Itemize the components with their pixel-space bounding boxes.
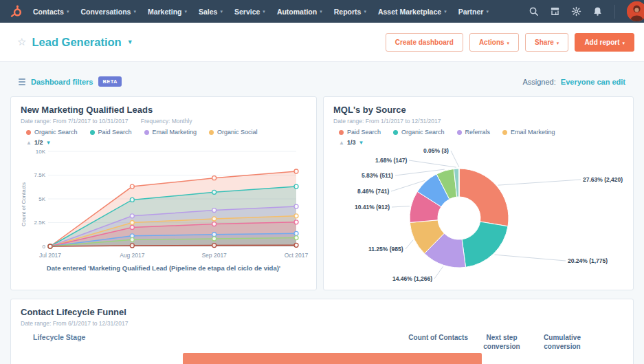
data-point[interactable] (212, 222, 216, 226)
share-button[interactable]: Share▾ (525, 33, 568, 52)
actions-button[interactable]: Actions▾ (469, 33, 519, 52)
chevron-down-icon: ▾ (486, 9, 489, 14)
pie-slice-label: 1.68% (147) (375, 157, 407, 164)
legend-item[interactable]: Paid Search (339, 129, 381, 136)
data-point[interactable] (130, 237, 134, 242)
dashboard-body: Dashboard filters BETA Assigned: Everyon… (0, 62, 644, 364)
legend-item[interactable]: Paid Search (90, 129, 132, 136)
data-point[interactable] (130, 184, 134, 189)
nav-item-automation[interactable]: Automation▾ (277, 8, 322, 16)
data-point[interactable] (212, 217, 216, 221)
data-point[interactable] (294, 169, 298, 173)
data-point[interactable] (212, 237, 216, 241)
legend-item[interactable]: Organic Search (26, 129, 78, 136)
add-report-button[interactable]: Add report▾ (575, 33, 634, 52)
svg-text:Sep 2017: Sep 2017 (201, 252, 227, 259)
nav-item-sales[interactable]: Sales▾ (199, 8, 223, 16)
legend-label: Organic Search (401, 129, 445, 136)
nav-actions (528, 1, 644, 21)
settings-gear-icon[interactable] (570, 6, 581, 17)
create-dashboard-button[interactable]: Create dashboard (386, 33, 463, 52)
data-point[interactable] (48, 244, 52, 248)
user-avatar[interactable] (627, 1, 644, 21)
data-point[interactable] (212, 244, 216, 248)
data-point[interactable] (212, 208, 216, 213)
marketplace-icon[interactable] (549, 6, 560, 17)
data-point[interactable] (294, 204, 298, 208)
dashboard-filters-link[interactable]: Dashboard filters (31, 78, 93, 86)
nav-item-label: Contacts (33, 8, 64, 16)
data-point[interactable] (130, 221, 134, 225)
svg-text:Oct 2017: Oct 2017 (285, 252, 309, 259)
legend-dot (339, 130, 344, 135)
button-label: Create dashboard (395, 39, 454, 46)
filters-menu-icon[interactable] (19, 78, 25, 85)
nav-item-label: Reports (334, 8, 362, 16)
funnel-bar[interactable] (183, 353, 482, 364)
data-point[interactable] (130, 197, 134, 202)
chevron-down-icon: ▾ (185, 9, 188, 14)
nav-divider (614, 5, 615, 19)
y-axis-title: Count of Contacts (21, 182, 27, 226)
chevron-down-icon: ▾ (622, 41, 625, 45)
nav-item-marketing[interactable]: Marketing▾ (148, 8, 187, 16)
button-label: Actions (479, 39, 504, 46)
donut-chart-area: 27.63% (2,420) 20.24% (1,775) 14.46% (1,… (333, 147, 623, 290)
hubspot-logo-icon[interactable] (8, 4, 23, 19)
search-icon[interactable] (528, 6, 539, 17)
data-point[interactable] (294, 243, 298, 247)
data-point[interactable] (294, 231, 298, 235)
legend-item[interactable]: Email Marketing (502, 129, 555, 136)
legend-item[interactable]: Email Marketing (144, 129, 197, 136)
assigned-label: Assigned: (522, 78, 555, 86)
legend-dot (209, 130, 214, 135)
button-label: Add report (584, 39, 619, 46)
legend-pager: ▲ 1/2 ▼ (26, 139, 307, 146)
nav-item-partner[interactable]: Partner▾ (458, 8, 489, 16)
nav-item-service[interactable]: Service▾ (234, 8, 265, 16)
data-point[interactable] (294, 214, 298, 218)
nav-item-reports[interactable]: Reports▾ (334, 8, 366, 16)
nav-item-conversations[interactable]: Conversations▾ (80, 8, 135, 16)
data-point[interactable] (130, 244, 134, 248)
data-point[interactable] (212, 176, 216, 180)
svg-text:Aug 2017: Aug 2017 (120, 252, 145, 259)
pager-up-icon[interactable]: ▲ (26, 140, 32, 146)
data-point[interactable] (294, 236, 298, 240)
pager-up-icon[interactable]: ▲ (339, 140, 344, 146)
nav-item-label: Partner (458, 8, 484, 16)
nav-item-label: Conversations (80, 8, 131, 16)
lifecycle-stage-header: Lifecycle Stage (33, 333, 85, 341)
data-point[interactable] (130, 225, 134, 229)
chevron-down-icon: ▾ (263, 9, 265, 14)
data-point[interactable] (212, 233, 216, 237)
pie-slice-label: 0.05% (3) (423, 147, 449, 154)
top-navigation: Contacts▾ Conversations▾ Marketing▾ Sale… (0, 0, 644, 23)
data-point[interactable] (130, 214, 134, 218)
data-point[interactable] (294, 184, 298, 189)
beta-badge: BETA (98, 76, 121, 87)
chevron-down-icon: ▾ (133, 9, 136, 14)
line-chart-area: Count of Contacts 02.5K5K7.5K10KJul 2017… (21, 146, 307, 263)
legend-item[interactable]: Referrals (457, 129, 491, 136)
legend-item[interactable]: Organic Search (393, 129, 445, 136)
nav-item-asset-marketplace[interactable]: Asset Marketplace▾ (378, 8, 447, 16)
report-card-mql-by-source: MQL's by Source Date range: From 1/1/201… (323, 96, 634, 290)
notifications-bell-icon[interactable] (592, 6, 603, 17)
everyone-can-edit-link[interactable]: Everyone can edit (561, 78, 625, 86)
pager-down-icon[interactable]: ▼ (358, 140, 364, 146)
data-point[interactable] (294, 220, 298, 224)
hubspot-dashboard: Contacts▾ Conversations▾ Marketing▾ Sale… (0, 0, 644, 364)
title-chevron-down-icon[interactable]: ▼ (127, 39, 133, 45)
pie-slice[interactable] (459, 169, 509, 226)
pie-slice[interactable] (462, 222, 508, 267)
pie-slice-label: 14.46% (1,266) (392, 275, 432, 282)
report-subtitle: Date range: From 6/1/2017 to 12/31/2017 (21, 320, 623, 327)
pager-down-icon[interactable]: ▼ (45, 140, 51, 146)
data-point[interactable] (212, 190, 216, 194)
chevron-down-icon: ▾ (507, 41, 510, 45)
favorite-star-icon[interactable]: ☆ (17, 36, 26, 48)
nav-item-contacts[interactable]: Contacts▾ (33, 8, 69, 16)
header-actions: Create dashboard Actions▾ Share▾ Add rep… (386, 33, 634, 52)
legend-item[interactable]: Organic Social (209, 129, 258, 136)
